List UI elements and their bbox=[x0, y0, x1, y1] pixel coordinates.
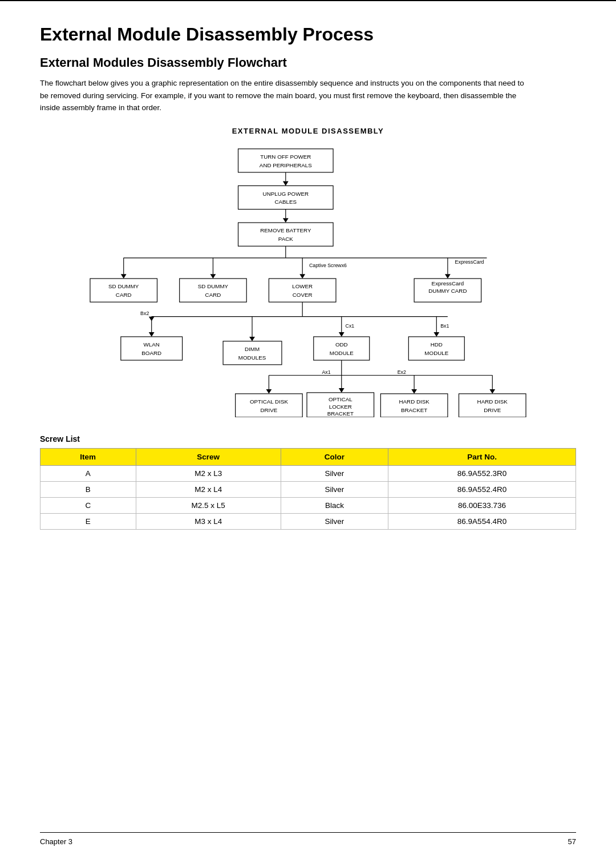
svg-rect-25 bbox=[90, 279, 157, 302]
svg-text:REMOVE BATTERY: REMOVE BATTERY bbox=[260, 227, 311, 233]
svg-text:OPTICAL DISK: OPTICAL DISK bbox=[250, 398, 289, 405]
svg-text:UNPLUG POWER: UNPLUG POWER bbox=[263, 191, 309, 197]
flowchart-container: EXTERNAL MODULE DISASSEMBLY TURN OFF POW… bbox=[40, 127, 576, 417]
svg-text:LOWER: LOWER bbox=[292, 283, 313, 289]
section-title: External Modules Disassembly Flowchart bbox=[40, 55, 576, 70]
svg-marker-46 bbox=[339, 332, 345, 337]
svg-marker-74 bbox=[489, 389, 495, 394]
svg-marker-4 bbox=[283, 181, 289, 185]
intro-text: The flowchart below gives you a graphic … bbox=[40, 77, 530, 114]
svg-text:TURN OFF POWER: TURN OFF POWER bbox=[260, 154, 311, 160]
svg-text:SD DUMMY: SD DUMMY bbox=[108, 283, 139, 289]
svg-text:Ex2: Ex2 bbox=[398, 369, 406, 374]
svg-text:Ax1: Ax1 bbox=[322, 369, 330, 374]
svg-marker-9 bbox=[283, 218, 289, 223]
svg-text:Captive Screwx6: Captive Screwx6 bbox=[309, 263, 347, 268]
svg-marker-44 bbox=[249, 337, 255, 341]
svg-rect-5 bbox=[238, 185, 334, 209]
svg-text:LOCKER: LOCKER bbox=[329, 404, 352, 410]
screw-list-title: Screw List bbox=[40, 434, 576, 443]
svg-text:Bx1: Bx1 bbox=[440, 323, 449, 329]
svg-rect-28 bbox=[180, 279, 247, 302]
table-header-row: Item Screw Color Part No. bbox=[40, 448, 576, 465]
svg-text:MODULE: MODULE bbox=[330, 350, 354, 356]
svg-text:MODULE: MODULE bbox=[424, 350, 448, 356]
svg-text:ODD: ODD bbox=[335, 341, 348, 348]
svg-text:ExpressCard: ExpressCard bbox=[432, 280, 464, 287]
footer-right: 57 bbox=[568, 837, 576, 846]
svg-text:SD DUMMY: SD DUMMY bbox=[198, 283, 229, 289]
svg-marker-16 bbox=[121, 274, 127, 279]
page-title: External Module Disassembly Process bbox=[40, 24, 576, 45]
svg-text:ExpressCard: ExpressCard bbox=[455, 259, 484, 264]
table-row: CM2.5 x L5Black86.00E33.736 bbox=[40, 497, 576, 513]
svg-marker-20 bbox=[299, 274, 305, 279]
col-screw: Screw bbox=[136, 448, 281, 465]
svg-text:CARD: CARD bbox=[205, 292, 221, 298]
svg-text:BOARD: BOARD bbox=[141, 350, 161, 356]
svg-text:BRACKET: BRACKET bbox=[327, 410, 354, 416]
svg-text:DRIVE: DRIVE bbox=[260, 407, 277, 413]
svg-text:DUMMY CARD: DUMMY CARD bbox=[428, 288, 467, 294]
svg-rect-85 bbox=[459, 394, 526, 417]
svg-marker-40 bbox=[149, 332, 155, 337]
svg-text:PACK: PACK bbox=[278, 236, 293, 242]
svg-text:HDD: HDD bbox=[431, 341, 443, 348]
table-body: AM2 x L3Silver86.9A552.3R0BM2 x L4Silver… bbox=[40, 465, 576, 529]
svg-text:DIMM: DIMM bbox=[245, 346, 260, 352]
col-color: Color bbox=[281, 448, 388, 465]
svg-text:CABLES: CABLES bbox=[275, 199, 297, 205]
svg-rect-82 bbox=[380, 394, 448, 417]
svg-marker-71 bbox=[411, 389, 417, 394]
svg-text:Bx2: Bx2 bbox=[140, 310, 149, 316]
svg-marker-68 bbox=[339, 388, 345, 393]
svg-marker-42 bbox=[149, 316, 155, 321]
flowchart-svg: TURN OFF POWER AND PERIPHERALS UNPLUG PO… bbox=[63, 143, 553, 417]
screw-list-table: Item Screw Color Part No. AM2 x L3Silver… bbox=[40, 448, 576, 530]
svg-text:OPTICAL: OPTICAL bbox=[329, 396, 352, 402]
flowchart-title: EXTERNAL MODULE DISASSEMBLY bbox=[232, 127, 384, 135]
svg-text:DRIVE: DRIVE bbox=[484, 407, 501, 413]
footer-left: Chapter 3 bbox=[40, 837, 72, 846]
svg-rect-0 bbox=[238, 149, 334, 172]
table-row: EM3 x L4Silver86.9A554.4R0 bbox=[40, 513, 576, 529]
svg-rect-54 bbox=[223, 341, 282, 365]
svg-text:MODULES: MODULES bbox=[238, 354, 266, 361]
footer: Chapter 3 57 bbox=[40, 832, 576, 846]
page: External Module Disassembly Process Exte… bbox=[0, 0, 616, 863]
svg-marker-49 bbox=[433, 332, 439, 337]
svg-text:Cx1: Cx1 bbox=[346, 323, 355, 329]
svg-text:CARD: CARD bbox=[116, 292, 132, 298]
svg-rect-31 bbox=[269, 279, 336, 302]
svg-text:COVER: COVER bbox=[293, 292, 313, 298]
svg-text:HARD DISK: HARD DISK bbox=[399, 398, 429, 405]
svg-text:AND PERIPHERALS: AND PERIPHERALS bbox=[260, 162, 312, 168]
svg-marker-23 bbox=[445, 274, 451, 279]
table-row: BM2 x L4Silver86.9A552.4R0 bbox=[40, 481, 576, 497]
col-partno: Part No. bbox=[388, 448, 576, 465]
svg-marker-18 bbox=[210, 274, 216, 279]
svg-rect-75 bbox=[236, 394, 303, 417]
svg-text:BRACKET: BRACKET bbox=[401, 407, 427, 413]
svg-marker-66 bbox=[266, 389, 272, 394]
svg-rect-60 bbox=[408, 337, 464, 360]
svg-rect-51 bbox=[121, 337, 183, 360]
svg-rect-10 bbox=[238, 223, 334, 246]
svg-text:HARD DISK: HARD DISK bbox=[477, 398, 508, 405]
svg-text:WLAN: WLAN bbox=[144, 341, 160, 348]
table-row: AM2 x L3Silver86.9A552.3R0 bbox=[40, 465, 576, 481]
svg-rect-57 bbox=[314, 337, 370, 360]
col-item: Item bbox=[40, 448, 136, 465]
